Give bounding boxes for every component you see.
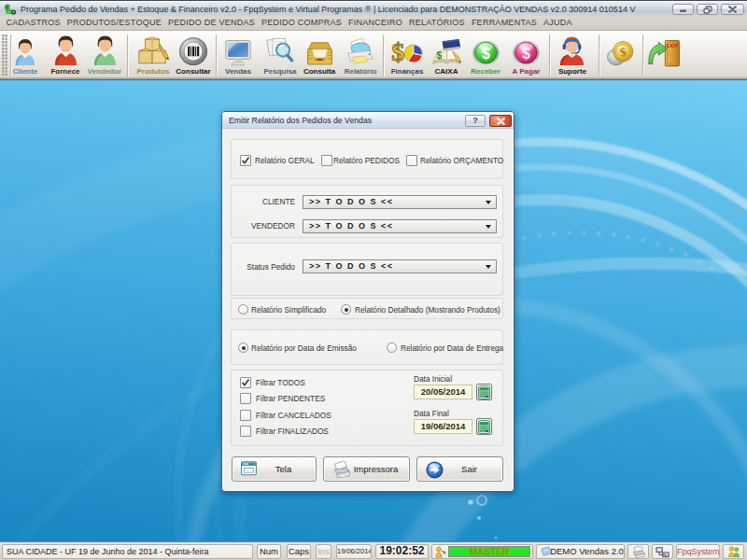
checkbox-relatorio-geral[interactable] <box>240 155 251 166</box>
menu-pedido-de-vendas[interactable]: PEDIDO DE VENDAS <box>164 16 258 30</box>
check-icon <box>241 378 250 387</box>
gold-coin-icon: $ <box>603 33 637 74</box>
chevron-down-icon <box>486 201 491 204</box>
toolbar-financas-label: Finanças <box>387 66 428 77</box>
seller-person-icon <box>84 33 125 66</box>
toolbar-receber-button[interactable]: $ Receber <box>465 33 506 79</box>
toolbar-fornece-button[interactable]: Fornece <box>45 33 86 79</box>
menu-produtos-estoque[interactable]: PRODUTOS/ESTOQUE <box>63 16 164 30</box>
input-data-inicial[interactable]: 20/05/2014 <box>414 385 472 399</box>
toolbar-vendedor-button[interactable]: Vendedor <box>84 33 125 79</box>
status-num-lock: Num <box>257 544 281 559</box>
chevron-down-icon <box>486 225 491 229</box>
toolbar-vendedor-label: Vendedor <box>84 66 125 77</box>
radio-relatorio-detalhado[interactable] <box>341 304 351 315</box>
checkbox-relatoro-pedidos[interactable] <box>321 155 332 166</box>
checkbox-filtrar-cancelados[interactable] <box>240 410 251 421</box>
toolbar-cliente-button[interactable]: Cliente <box>5 33 46 79</box>
window-title: Programa Pedido de Vendas + Estoque & Fi… <box>21 1 635 17</box>
minimize-icon <box>679 6 687 13</box>
status-user-panel: MASTER <box>431 544 533 559</box>
menu-bar: CADASTROS PRODUTOS/ESTOQUE PEDIDO DE VEN… <box>0 16 747 31</box>
toolbar-produtos-label: Produtos <box>131 66 176 77</box>
dialog-help-button[interactable]: ? <box>465 115 486 127</box>
check-icon <box>241 156 250 165</box>
user-key-icon <box>435 546 446 558</box>
sales-monitor-icon <box>218 33 258 66</box>
toolbar-financas-button[interactable]: $ Finanças <box>387 33 428 79</box>
chevron-down-icon <box>486 265 491 269</box>
support-operator-icon <box>552 33 593 66</box>
menu-financeiro[interactable]: FINANCEIRO <box>345 16 406 30</box>
calendar-icon <box>478 420 490 434</box>
combo-cliente[interactable]: >> T O D O S << <box>303 195 497 209</box>
status-printer-panel[interactable] <box>627 544 649 559</box>
network-icon <box>655 547 669 558</box>
svg-text:EXIT: EXIT <box>666 43 678 49</box>
dialog-close-button[interactable] <box>489 115 512 127</box>
status-insert: Ins <box>316 544 331 559</box>
toolbar-relatorio-button[interactable]: Relatório <box>340 33 381 79</box>
combo-status-pedido[interactable]: >> T O D O S << <box>303 259 497 273</box>
toolbar-moeda-button[interactable]: $ <box>603 33 637 79</box>
printer-icon <box>332 461 352 479</box>
dialog-title: Emitir Relatório dos Pedidos de Vendas <box>229 112 372 129</box>
radio-relatorio-simplificado[interactable] <box>238 304 248 315</box>
status-network-panel[interactable] <box>652 544 673 559</box>
label-cliente: CLIENTE <box>232 197 295 206</box>
menu-ajuda[interactable]: AJUDA <box>540 16 575 30</box>
status-time: 19:02:52 <box>375 544 429 559</box>
toolbar-apagar-button[interactable]: $ A Pagar <box>505 33 547 79</box>
cash-ledger-book-icon: $ <box>426 33 467 66</box>
radio-data-entrega[interactable] <box>387 343 397 353</box>
screen-window-icon <box>241 461 257 476</box>
dialog-titlebar[interactable]: Emitir Relatório dos Pedidos de Vendas ? <box>222 112 514 129</box>
toolbar-consulta-button[interactable]: Consulta <box>299 33 340 79</box>
toolbar-produtos-button[interactable]: Produtos <box>131 33 176 79</box>
combo-cliente-value: >> T O D O S << <box>309 196 394 208</box>
label-data-final: Data Final <box>414 409 449 418</box>
restore-button[interactable] <box>697 4 718 15</box>
label-data-entrega: Relatório por Data de Entrega <box>401 343 503 353</box>
status-users-panel[interactable] <box>723 544 744 559</box>
sair-button[interactable]: Sair <box>416 456 503 482</box>
checkbox-filtrar-finalizados[interactable] <box>240 426 251 437</box>
tela-button[interactable]: Tela <box>232 456 317 482</box>
svg-text:$: $ <box>522 46 530 62</box>
radio-data-emissao[interactable] <box>238 343 248 353</box>
toolbar-consultar-button[interactable]: Consultar <box>173 33 214 79</box>
combo-status-value: >> T O D O S << <box>309 260 394 273</box>
status-user: MASTER <box>448 546 530 557</box>
input-data-final[interactable]: 19/06/2014 <box>414 419 472 434</box>
toolbar-vendas-button[interactable]: Vendas <box>218 33 258 79</box>
checkbox-filtrar-todos[interactable] <box>240 377 251 388</box>
receive-green-coin-icon: $ <box>465 33 506 66</box>
close-button[interactable] <box>721 4 744 15</box>
status-brand: FpqSystem <box>676 544 720 559</box>
toolbar-suporte-button[interactable]: Suporte <box>552 33 593 79</box>
toolbar-consultar-label: Consultar <box>173 66 214 77</box>
menu-cadastros[interactable]: CADASTROS <box>3 16 63 30</box>
toolbar-vendas-label: Vendas <box>218 66 258 77</box>
impressora-button[interactable]: Impressora <box>323 456 410 482</box>
product-boxes-icon <box>131 33 176 66</box>
checkbox-filtrar-pendentes[interactable] <box>240 393 251 404</box>
calendar-button-final[interactable] <box>476 418 492 435</box>
combo-vendedor[interactable]: >> T O D O S << <box>303 219 497 233</box>
toolbar-pesquisa-button[interactable]: Pesquisa <box>260 33 301 79</box>
toolbar-exit-button[interactable]: EXIT <box>645 33 683 79</box>
label-filtrar-cancelados: Filtrar CANCELADOS <box>256 411 331 420</box>
toolbar-apagar-label: A Pagar <box>505 66 547 77</box>
dialog-close-icon <box>497 118 505 125</box>
checkbox-relatorio-orcamento[interactable] <box>406 155 417 166</box>
toolbar-caixa-button[interactable]: $ CAIXA <box>426 33 467 79</box>
minimize-button[interactable] <box>672 4 694 15</box>
calendar-button-inicial[interactable] <box>476 384 492 400</box>
toolbar-fornece-label: Fornece <box>45 66 86 77</box>
menu-pedido-compras[interactable]: PEDIDO COMPRAS <box>258 16 345 30</box>
menu-ferramentas[interactable]: FERRAMENTAS <box>468 16 540 30</box>
label-relatorio-simplificado: Relatório Simplificado <box>251 305 326 315</box>
menu-relatorios[interactable]: RELATÓRIOS <box>406 16 469 30</box>
toolbar-consulta-label: Consulta <box>299 66 340 77</box>
restore-icon <box>703 6 712 14</box>
